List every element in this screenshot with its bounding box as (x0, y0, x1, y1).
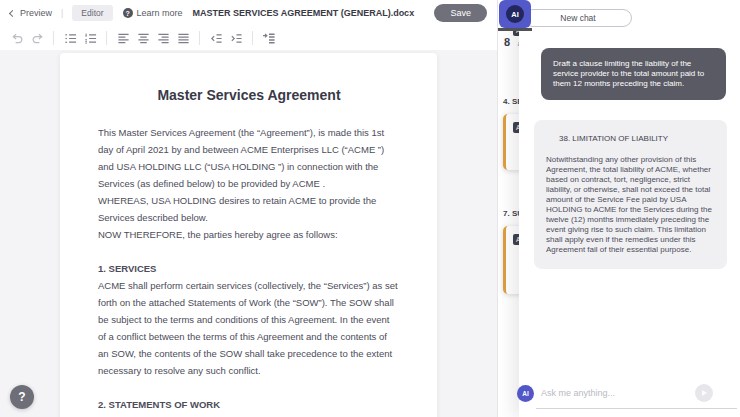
indent-button[interactable] (227, 29, 245, 47)
ai-assistant-tab[interactable]: AI (499, 0, 531, 28)
align-right-button[interactable] (154, 29, 172, 47)
send-icon (702, 390, 707, 396)
section-heading[interactable]: 2. STATEMENTS OF WORK (98, 396, 400, 413)
ai-avatar: AI (517, 385, 534, 402)
paragraph[interactable]: NOW THEREFORE, the parties hereby agree … (98, 226, 400, 243)
learn-more-label: Learn more (137, 8, 183, 18)
top-toolbar: Preview | Editor ? Learn more MASTER SER… (0, 0, 497, 26)
new-chat-button[interactable]: New chat (524, 9, 632, 27)
editor-canvas: Master Services AgreementThis Master Ser… (0, 50, 497, 417)
chevron-left-icon (9, 9, 16, 16)
user-message-text: Draft a clause limiting the liability of… (553, 59, 704, 88)
formatting-toolbar (0, 26, 497, 50)
ai-chat-panel: New chat Draft a clause limiting the lia… (519, 0, 740, 417)
input-underline (536, 408, 737, 409)
editor-mode-chip[interactable]: Editor (72, 5, 112, 21)
numbered-list-icon (84, 32, 97, 45)
blank-line (98, 107, 400, 124)
toolbar-divider (252, 31, 253, 45)
blank-line (98, 379, 400, 396)
align-center-button[interactable] (134, 29, 152, 47)
paragraph[interactable]: WHEREAS, USA HOLDING desires to retain A… (98, 192, 400, 226)
align-left-button[interactable] (114, 29, 132, 47)
editor-region: Preview | Editor ? Learn more MASTER SER… (0, 0, 497, 417)
align-justify-button[interactable] (174, 29, 192, 47)
bullet-list-button[interactable] (61, 29, 79, 47)
ai-logo-icon: AI (506, 5, 524, 23)
back-to-preview-button[interactable]: Preview (10, 8, 52, 18)
redo-icon (31, 32, 44, 45)
learn-more-link[interactable]: ? Learn more (123, 8, 183, 18)
first-line-indent-button[interactable] (260, 29, 278, 47)
ai-tab-active-indicator (498, 28, 532, 31)
undo-button[interactable] (8, 29, 26, 47)
blank-line (98, 243, 400, 260)
back-to-preview-label: Preview (20, 8, 52, 18)
toolbar-divider (53, 31, 54, 45)
outdent-button[interactable] (207, 29, 225, 47)
chat-input[interactable] (539, 384, 690, 402)
align-right-icon (157, 32, 170, 45)
ai-response-heading: 38. LIMITATION OF LIABILITY (559, 134, 715, 144)
document-title[interactable]: Master Services Agreement (98, 87, 400, 103)
ai-response-body: Notwithstanding any other provision of t… (546, 155, 715, 255)
paragraph[interactable]: This Master Services Agreement (the “Agr… (98, 124, 400, 192)
bullet-list-icon (64, 32, 77, 45)
send-button[interactable] (695, 384, 713, 402)
help-circle-icon: ? (123, 8, 133, 18)
align-left-icon (117, 32, 130, 45)
alerts-count: 8 (504, 36, 510, 48)
toolbar-divider (199, 31, 200, 45)
chat-input-row: AI (519, 384, 740, 406)
undo-icon (11, 32, 24, 45)
outdent-icon (210, 32, 223, 45)
topbar-divider: | (61, 8, 63, 18)
indent-icon (230, 32, 243, 45)
user-message-bubble: Draft a clause limiting the liability of… (541, 48, 726, 100)
assistant-region: 8 ale 2. STAd4. SEAd7. SUAd New chat Dra… (497, 0, 740, 417)
first-line-indent-icon (262, 32, 276, 45)
document-filename: MASTER SERVICES AGREEMENT (GENERAL).docx (193, 8, 415, 18)
save-button[interactable]: Save (434, 4, 487, 22)
align-center-icon (137, 32, 150, 45)
help-button[interactable]: ? (10, 385, 34, 409)
redo-button[interactable] (28, 29, 46, 47)
numbered-list-button[interactable] (81, 29, 99, 47)
align-justify-icon (177, 32, 190, 45)
ai-response-bubble: 38. LIMITATION OF LIABILITY Notwithstand… (534, 120, 727, 269)
paragraph[interactable]: All Services shall be ordered by submiss… (98, 413, 400, 417)
document-page[interactable]: Master Services AgreementThis Master Ser… (60, 53, 437, 417)
document-body[interactable]: Master Services AgreementThis Master Ser… (98, 87, 400, 417)
toolbar-divider (106, 31, 107, 45)
paragraph[interactable]: ACME shall perform certain services (col… (98, 277, 400, 379)
section-heading[interactable]: 1. SERVICES (98, 260, 400, 277)
